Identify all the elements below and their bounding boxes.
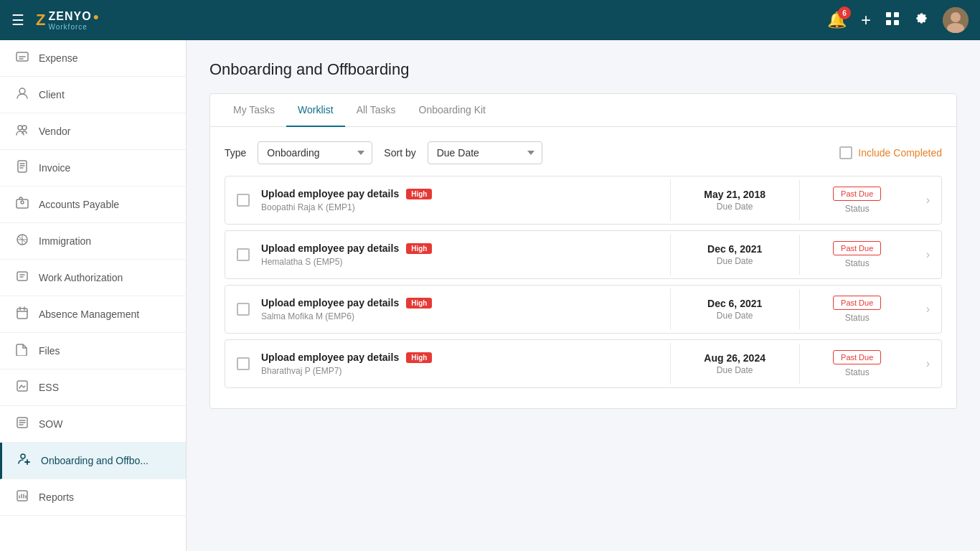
- task-3-date-label: Due Date: [682, 311, 788, 321]
- svg-rect-11: [18, 161, 27, 172]
- main-card: My Tasks Worklist All Tasks Onboarding K…: [209, 93, 957, 409]
- sidebar-item-sow[interactable]: SOW: [0, 406, 186, 443]
- task-3-title: Upload employee pay details: [261, 297, 399, 309]
- task-4-title-row: Upload employee pay details High: [261, 352, 659, 363]
- notification-button[interactable]: 🔔 6: [827, 11, 847, 29]
- svg-point-18: [21, 454, 25, 458]
- include-completed-checkbox[interactable]: [839, 146, 852, 159]
- task-1-employee: Boopathi Raja K (EMP1): [261, 202, 659, 212]
- task-2-checkbox-area: [225, 248, 261, 261]
- logo-icon: Z: [36, 11, 45, 29]
- sow-icon: [14, 416, 30, 432]
- sidebar-item-label-onboarding: Onboarding and Offbo...: [41, 455, 149, 466]
- accounts-payable-icon: [14, 197, 30, 212]
- hamburger-button[interactable]: ☰: [11, 11, 24, 29]
- svg-point-5: [951, 12, 961, 22]
- sidebar-item-invoice[interactable]: Invoice: [0, 150, 186, 187]
- task-4-status-badge: Past Due: [833, 350, 881, 364]
- task-4-expand[interactable]: ›: [915, 357, 941, 370]
- ess-icon: [14, 380, 30, 395]
- task-3-expand[interactable]: ›: [915, 303, 941, 316]
- sidebar-item-accounts-payable[interactable]: Accounts Payable: [0, 187, 186, 223]
- navbar-right: 🔔 6 +: [827, 7, 969, 33]
- task-4-checkbox[interactable]: [237, 357, 250, 370]
- sortby-select[interactable]: Due Date Name Status: [428, 141, 542, 164]
- files-icon: [14, 343, 30, 359]
- svg-point-9: [18, 126, 22, 130]
- task-row: Upload employee pay details High Bharath…: [225, 339, 942, 388]
- task-1-expand[interactable]: ›: [915, 194, 941, 207]
- sidebar-item-expense[interactable]: Expense: [0, 40, 186, 77]
- svg-rect-14: [17, 272, 27, 281]
- onboarding-icon: [17, 453, 32, 468]
- tab-all-tasks[interactable]: All Tasks: [345, 94, 407, 127]
- task-3-info: Upload employee pay details High Salma M…: [261, 288, 671, 330]
- task-2-info: Upload employee pay details High Hemalat…: [261, 234, 671, 276]
- sidebar-item-label-invoice: Invoice: [39, 162, 70, 174]
- sidebar-item-immigration[interactable]: Immigration: [0, 223, 186, 260]
- task-1-checkbox[interactable]: [237, 194, 250, 207]
- task-3-status-label: Status: [811, 313, 903, 323]
- svg-rect-15: [17, 309, 27, 319]
- include-completed-label: Include Completed: [858, 147, 942, 159]
- page-title: Onboarding and Offboarding: [209, 60, 957, 79]
- task-3-title-row: Upload employee pay details High: [261, 297, 659, 309]
- task-4-priority: High: [406, 352, 432, 363]
- task-4-employee: Bharathvaj P (EMP7): [261, 366, 659, 376]
- type-select[interactable]: Onboarding Offboarding: [258, 141, 372, 164]
- task-1-status: Past Due Status: [800, 178, 915, 222]
- tab-worklist[interactable]: Worklist: [286, 94, 345, 127]
- sidebar-item-label-vendor: Vendor: [39, 126, 70, 137]
- sidebar-list: Expense Client Vendor Invo: [0, 40, 186, 551]
- tab-onboarding-kit[interactable]: Onboarding Kit: [407, 94, 497, 127]
- sidebar-item-label-work-authorization: Work Authorization: [39, 272, 123, 283]
- type-label: Type: [225, 147, 246, 159]
- task-row: Upload employee pay details High Salma M…: [225, 285, 942, 334]
- avatar[interactable]: [943, 7, 969, 33]
- sidebar-item-onboarding-offboarding[interactable]: Onboarding and Offbo...: [0, 443, 186, 479]
- reports-icon: [14, 489, 30, 505]
- navbar: ☰ Z ZENYO ● Workforce 🔔 6 +: [0, 0, 980, 40]
- absence-management-icon: [14, 306, 30, 322]
- sidebar-item-vendor[interactable]: Vendor: [0, 113, 186, 150]
- sidebar-item-ess[interactable]: ESS: [0, 369, 186, 406]
- main-layout: Expense Client Vendor Invo: [0, 40, 980, 551]
- task-1-title-row: Upload employee pay details High: [261, 188, 659, 199]
- task-3-date: Dec 6, 2021 Due Date: [671, 289, 800, 329]
- client-icon: [14, 87, 30, 103]
- vendor-icon: [14, 123, 30, 139]
- task-3-status-badge: Past Due: [833, 296, 881, 310]
- task-2-status: Past Due Status: [800, 232, 915, 277]
- task-3-checkbox[interactable]: [237, 303, 250, 316]
- task-2-employee: Hemalatha S (EMP5): [261, 257, 659, 267]
- sidebar-item-files[interactable]: Files: [0, 333, 186, 369]
- sidebar-item-absence-management[interactable]: Absence Management: [0, 296, 186, 333]
- svg-rect-3: [894, 20, 899, 25]
- task-2-date-val: Dec 6, 2021: [682, 243, 788, 255]
- grid-button[interactable]: [885, 11, 900, 29]
- settings-button[interactable]: [914, 11, 928, 29]
- task-row: Upload employee pay details High Hemalat…: [225, 230, 942, 279]
- task-2-title-row: Upload employee pay details High: [261, 242, 659, 254]
- task-4-info: Upload employee pay details High Bharath…: [261, 343, 671, 385]
- task-1-status-label: Status: [811, 204, 903, 214]
- sidebar-item-label-ess: ESS: [39, 382, 59, 393]
- task-3-employee: Salma Mofika M (EMP6): [261, 311, 659, 321]
- sidebar-item-label-files: Files: [39, 345, 60, 357]
- task-1-status-badge: Past Due: [833, 187, 881, 201]
- task-3-status: Past Due Status: [800, 287, 915, 331]
- sidebar-item-label-reports: Reports: [39, 491, 74, 503]
- task-1-checkbox-area: [225, 194, 261, 207]
- task-2-expand[interactable]: ›: [915, 248, 941, 261]
- sidebar-item-work-authorization[interactable]: Work Authorization: [0, 260, 186, 296]
- svg-point-8: [19, 88, 25, 94]
- sortby-label: Sort by: [384, 147, 415, 159]
- task-1-date-label: Due Date: [682, 202, 788, 212]
- sidebar-item-reports[interactable]: Reports: [0, 479, 186, 516]
- sidebar-item-client[interactable]: Client: [0, 77, 186, 113]
- tab-my-tasks[interactable]: My Tasks: [222, 94, 286, 127]
- task-2-checkbox[interactable]: [237, 248, 250, 261]
- sidebar: Expense Client Vendor Invo: [0, 40, 187, 551]
- add-button[interactable]: +: [861, 10, 871, 30]
- task-2-title: Upload employee pay details: [261, 242, 399, 254]
